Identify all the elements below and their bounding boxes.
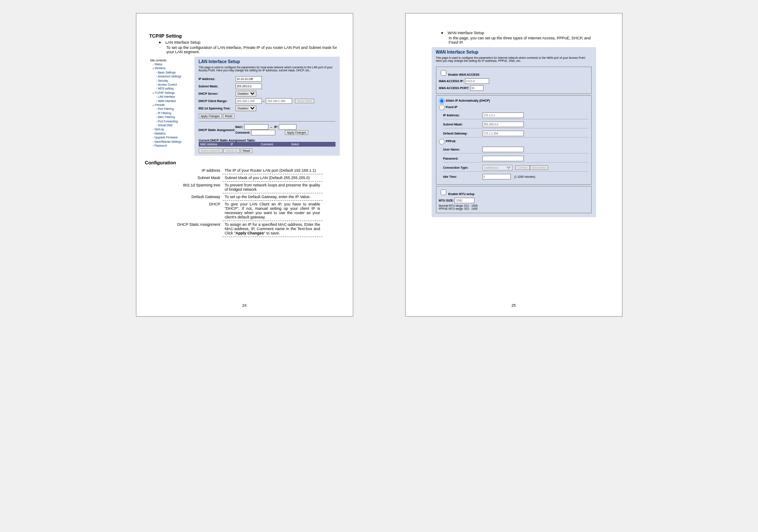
reset-button[interactable]: Reset <box>223 114 235 119</box>
tree-item[interactable]: Upgrade Firmware <box>153 135 194 139</box>
static-table-header: MAC Address IP Comment Select <box>199 142 335 147</box>
wan-panel-desc: This page is used to configure the param… <box>436 56 592 62</box>
reset-table-button[interactable]: Reset <box>241 148 252 153</box>
bullet-desc-wan: In the page, you can set up the three ty… <box>449 36 596 45</box>
fixed-ip-radio[interactable] <box>439 105 445 110</box>
wan-gateway-input[interactable] <box>482 131 524 136</box>
wan-access-port-input[interactable] <box>470 85 484 91</box>
subnet-mask-input[interactable] <box>235 83 262 89</box>
dhcp-range-from-input[interactable] <box>235 98 262 104</box>
tree-item[interactable]: Statistics <box>153 131 194 135</box>
wan-access-fieldset: Enable WAN ACCESS WAN ACCESS IP: WAN ACC… <box>436 67 592 94</box>
apply-changes-button[interactable]: Apply Changes <box>199 114 222 119</box>
dhcp-range-to-input[interactable] <box>266 98 292 104</box>
tree-item[interactable]: Port Forwarding <box>156 119 194 123</box>
config-heading: Configuration <box>145 160 340 165</box>
show-client-button[interactable]: Show Client <box>295 99 314 103</box>
page-number: 24 <box>242 303 246 308</box>
idle-time-input[interactable] <box>482 174 511 179</box>
tree-item[interactable]: WDS setting <box>156 87 194 90</box>
panel-desc: This page is used to configure the param… <box>199 66 335 72</box>
dhcp-server-select[interactable]: Disabled <box>235 91 256 96</box>
wan-mask-input[interactable] <box>482 122 524 127</box>
connection-type-select[interactable]: Continuous <box>482 165 513 170</box>
ip-address-input[interactable] <box>235 76 262 82</box>
section-heading: TCP/IP Setting <box>149 33 340 38</box>
tree-item[interactable]: SysLog <box>153 127 194 131</box>
tree-item[interactable]: Save/Reload Settings <box>153 140 194 144</box>
wan-panel-title: WAN Interface Setup <box>436 50 592 54</box>
apply-changes-static-button[interactable]: Apply Changes <box>285 130 308 135</box>
wan-mode-fieldset: Attain IP Automatically (DHCP) Fixed IP … <box>436 95 592 185</box>
mtu-size-input[interactable] <box>455 198 474 203</box>
enable-wan-checkbox[interactable] <box>441 70 446 76</box>
pppoe-user-input[interactable] <box>482 147 524 152</box>
delete-selected-button[interactable]: Delete Selected <box>199 148 223 153</box>
tree-item[interactable]: Firewall <box>153 103 194 107</box>
panel-title: LAN Interface Setup <box>199 59 335 64</box>
pppoe-pass-input[interactable] <box>482 156 524 161</box>
disconnect-button[interactable]: Disconnect <box>530 165 548 170</box>
tree-item[interactable]: Advanced Settings <box>156 74 194 78</box>
mtu-fieldset: Enable MTU setup MTU SIZE: Normal MTU ra… <box>436 186 592 213</box>
page-right: WAN Interface Setup In the page, you can… <box>405 13 623 317</box>
lan-panel: LAN Interface Setup This page is used to… <box>194 57 340 156</box>
config-table: IP addressThe IP of your Router LAN port… <box>175 167 323 237</box>
tree-item[interactable]: Password <box>153 144 194 147</box>
tree-item[interactable]: Virtual DMZ <box>156 123 194 127</box>
tree-item[interactable]: LAN Interface <box>156 95 194 99</box>
pppoe-radio[interactable] <box>439 139 445 144</box>
delete-all-button[interactable]: Delete All <box>223 148 239 153</box>
bullet-title-wan: WAN Interface Setup <box>449 31 596 35</box>
enable-mtu-checkbox[interactable] <box>441 189 446 195</box>
connect-button[interactable]: Connect <box>515 165 530 170</box>
bullet-title: LAN Interface Setup <box>167 40 340 45</box>
wan-access-ip-input[interactable] <box>465 78 489 84</box>
page-left: TCP/IP Setting LAN Interface Setup To se… <box>136 13 353 317</box>
tree-item[interactable]: Access Control <box>156 83 194 87</box>
comment-input[interactable] <box>251 130 275 135</box>
tree-items: StatusWirelessBasic SettingsAdvanced Set… <box>150 62 194 147</box>
tree-item[interactable]: Port Filtering <box>156 107 194 111</box>
tree-item[interactable]: TCP/IP Settings <box>153 91 194 95</box>
tree-item[interactable]: Status <box>153 62 194 66</box>
wan-screenshot: WAN Interface Setup This page is used to… <box>432 47 596 217</box>
tree-item[interactable]: Wireless <box>153 66 194 70</box>
bullet-lan: LAN Interface Setup To set up the config… <box>167 40 340 54</box>
wan-ip-input[interactable] <box>482 112 524 118</box>
tree-item[interactable]: Security <box>156 79 194 83</box>
nav-tree: Site contents: StatusWirelessBasic Setti… <box>149 57 194 156</box>
tree-item[interactable]: Basic Settings <box>156 71 194 74</box>
lan-screenshot: Site contents: StatusWirelessBasic Setti… <box>149 57 340 156</box>
page-number: 25 <box>511 303 516 308</box>
mac-input[interactable] <box>244 124 268 130</box>
dhcp-radio[interactable] <box>439 98 445 104</box>
bullet-wan: WAN Interface Setup In the page, you can… <box>449 31 596 45</box>
spanning-tree-select[interactable]: Disabled <box>235 106 256 111</box>
static-ip-input[interactable] <box>279 124 297 130</box>
tree-item[interactable]: MAC Filtering <box>156 115 194 119</box>
tree-item[interactable]: WAN Interface <box>156 99 194 103</box>
tree-item[interactable]: IP Filtering <box>156 111 194 115</box>
bullet-desc: To set up the configuration of LAN inter… <box>167 45 340 54</box>
